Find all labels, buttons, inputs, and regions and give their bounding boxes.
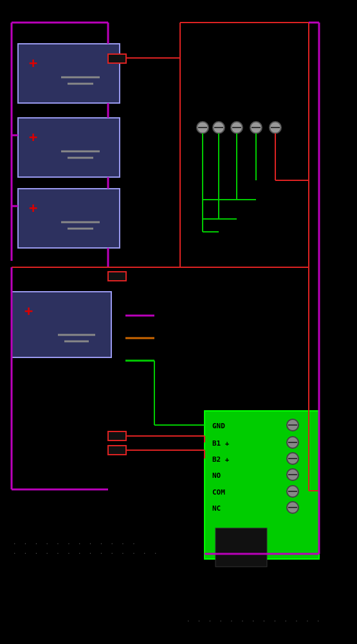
battery-3 bbox=[18, 189, 120, 248]
battery-1 bbox=[18, 44, 120, 103]
label-nc: NC bbox=[212, 504, 221, 513]
label-b1: B1 + bbox=[212, 439, 230, 448]
fuse-2 bbox=[108, 272, 126, 281]
battery-4-plus: + bbox=[24, 303, 33, 319]
bottom-right-text: . . . . . . . . . . . . . bbox=[187, 616, 322, 623]
label-b2: B2 + bbox=[212, 455, 230, 464]
fuse-3 bbox=[108, 431, 126, 440]
terminal-block-port bbox=[215, 528, 267, 567]
label-no: NO bbox=[212, 471, 221, 480]
label-gnd: GND bbox=[212, 422, 225, 430]
battery-4 bbox=[12, 292, 111, 357]
fuse-1 bbox=[108, 54, 126, 63]
wiring-diagram: + + + + bbox=[0, 0, 357, 644]
battery-1-plus: + bbox=[29, 55, 37, 71]
bottom-text-2: . . . . . . . . . . . . . . bbox=[13, 549, 159, 555]
battery-2 bbox=[18, 118, 120, 177]
bottom-text-1: . . . . . . . . . . . . bbox=[13, 539, 138, 545]
battery-2-plus: + bbox=[29, 129, 37, 145]
label-com: COM bbox=[212, 488, 225, 497]
battery-3-plus: + bbox=[29, 200, 37, 216]
fuse-4 bbox=[108, 446, 126, 455]
